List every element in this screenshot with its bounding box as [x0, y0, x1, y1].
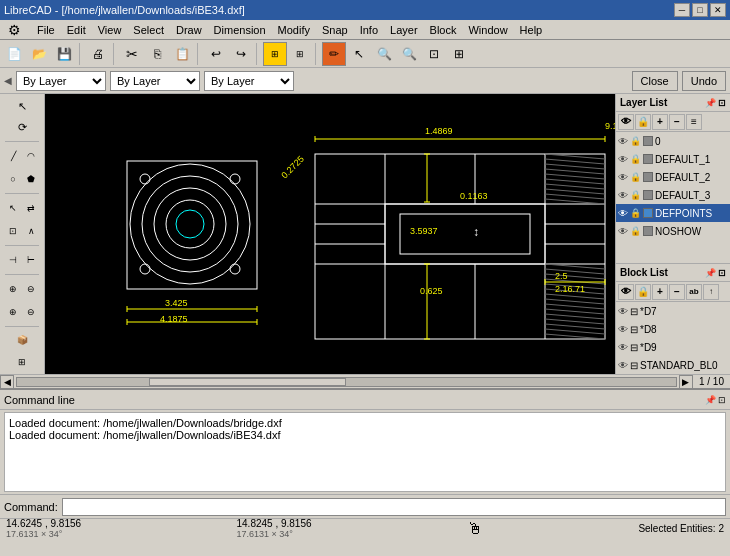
block-eye-icon[interactable]: 👁 [618, 306, 628, 317]
menu-item-snap[interactable]: Snap [316, 22, 354, 38]
layer-lock-icon[interactable]: 🔒 [630, 190, 641, 200]
menu-item-edit[interactable]: Edit [61, 22, 92, 38]
scroll-thumb[interactable] [149, 378, 347, 386]
menu-item-info[interactable]: Info [354, 22, 384, 38]
stretch-tool[interactable]: ∧ [23, 220, 40, 242]
layer-lock-icon[interactable]: 🔒 [630, 154, 641, 164]
menu-item-layer[interactable]: Layer [384, 22, 424, 38]
linetype-select[interactable]: By Layer [204, 71, 294, 91]
block-eye-icon[interactable]: 👁 [618, 324, 628, 335]
layer-item-default_1[interactable]: 👁 🔒 DEFAULT_1 [616, 150, 730, 168]
poly-tool[interactable]: ⬟ [23, 168, 40, 190]
layer-pin-icon[interactable]: 📌 [705, 98, 716, 108]
scroll-track[interactable] [16, 377, 677, 387]
layer-visible-toggle[interactable]: 👁 [618, 114, 634, 130]
menu-item-select[interactable]: Select [127, 22, 170, 38]
command-input[interactable] [62, 498, 726, 516]
back-arrow[interactable]: ◀ [4, 75, 12, 86]
layer-settings-button[interactable]: ≡ [686, 114, 702, 130]
layer-lock-toggle[interactable]: 🔒 [635, 114, 651, 130]
block-item-_d9[interactable]: 👁 ⊟ *D9 [616, 338, 730, 356]
block-detach-icon[interactable]: ⊡ [718, 268, 726, 278]
menu-item-view[interactable]: View [92, 22, 128, 38]
pencil-button[interactable]: ✏ [322, 42, 346, 66]
layer-item-default_3[interactable]: 👁 🔒 DEFAULT_3 [616, 186, 730, 204]
block-item-_d7[interactable]: 👁 ⊟ *D7 [616, 302, 730, 320]
layer-eye-icon[interactable]: 👁 [618, 136, 628, 147]
select-tool[interactable]: ↖ [4, 96, 40, 117]
zoom-previous-button[interactable]: ⊞ [447, 42, 471, 66]
scroll-right-button[interactable]: ▶ [679, 375, 693, 389]
block-eye-icon[interactable]: 👁 [618, 342, 628, 353]
paste-button[interactable]: 📋 [170, 42, 194, 66]
pan-tool[interactable]: ⊕ [5, 278, 22, 300]
menu-item-window[interactable]: Window [462, 22, 513, 38]
block-pin-icon[interactable]: 📌 [705, 268, 716, 278]
zoom-fit-button[interactable]: ⊡ [422, 42, 446, 66]
block-tool[interactable]: 📦 [4, 330, 40, 351]
undo-button[interactable]: ↩ [204, 42, 228, 66]
trim-tool[interactable]: ⊣ [5, 249, 22, 271]
block-export-button[interactable]: ↑ [703, 284, 719, 300]
layer-eye-icon[interactable]: 👁 [618, 190, 628, 201]
move-tool[interactable]: ↖ [5, 197, 22, 219]
layer-lock-icon[interactable]: 🔒 [630, 208, 641, 218]
layer-eye-icon[interactable]: 👁 [618, 154, 628, 165]
zoom-out-button[interactable]: 🔍 [397, 42, 421, 66]
layer-item-noshow[interactable]: 👁 🔒 NOSHOW [616, 222, 730, 240]
snap-grid-button[interactable]: ⊞ [288, 42, 312, 66]
block-item-standard_bl0[interactable]: 👁 ⊟ STANDARD_BL0 [616, 356, 730, 374]
block-lock-toggle[interactable]: 🔒 [635, 284, 651, 300]
block-insert-button[interactable]: ab [686, 284, 702, 300]
layer-lock-icon[interactable]: 🔒 [630, 172, 641, 182]
layer-add-button[interactable]: + [652, 114, 668, 130]
hatch-tool[interactable]: ⊞ [4, 351, 40, 372]
mirror-tool[interactable]: ⇄ [23, 197, 40, 219]
canvas-area[interactable] [45, 94, 615, 374]
block-item-_d8[interactable]: 👁 ⊟ *D8 [616, 320, 730, 338]
menu-item-block[interactable]: Block [424, 22, 463, 38]
color-select[interactable]: By Layer [110, 71, 200, 91]
extend-tool[interactable]: ⊢ [23, 249, 40, 271]
open-button[interactable]: 📂 [27, 42, 51, 66]
layer-lock-icon[interactable]: 🔒 [630, 226, 641, 236]
print-button[interactable]: 🖨 [86, 42, 110, 66]
rotate-tool[interactable]: ⟳ [4, 118, 40, 139]
zoom-in-button[interactable]: 🔍 [372, 42, 396, 66]
redo-button[interactable]: ↪ [229, 42, 253, 66]
save-button[interactable]: 💾 [52, 42, 76, 66]
line-tool[interactable]: ╱ [5, 145, 22, 167]
close-button[interactable]: ✕ [710, 3, 726, 17]
undo-button[interactable]: Undo [682, 71, 726, 91]
minimize-button[interactable]: ─ [674, 3, 690, 17]
layer-eye-icon[interactable]: 👁 [618, 172, 628, 183]
layer-detach-icon[interactable]: ⊡ [718, 98, 726, 108]
layer-eye-icon[interactable]: 👁 [618, 226, 628, 237]
menu-item-file[interactable]: File [31, 22, 61, 38]
snap-button[interactable]: ⊞ [263, 42, 287, 66]
layer-lock-icon[interactable]: 🔒 [630, 136, 641, 146]
block-remove-button[interactable]: − [669, 284, 685, 300]
menu-item-dimension[interactable]: Dimension [208, 22, 272, 38]
layer-select[interactable]: By Layer [16, 71, 106, 91]
new-button[interactable]: 📄 [2, 42, 26, 66]
copy-button[interactable]: ⎘ [145, 42, 169, 66]
layer-item-defpoints[interactable]: 👁 🔒 DEFPOINTS [616, 204, 730, 222]
scroll-left-button[interactable]: ◀ [0, 375, 14, 389]
block-visible-toggle[interactable]: 👁 [618, 284, 634, 300]
menu-item-draw[interactable]: Draw [170, 22, 208, 38]
scale-tool[interactable]: ⊡ [5, 220, 22, 242]
layer-eye-icon[interactable]: 👁 [618, 208, 628, 219]
menu-item-modify[interactable]: Modify [272, 22, 316, 38]
command-detach-icon[interactable]: ⊡ [718, 395, 726, 405]
cut-button[interactable]: ✂ [120, 42, 144, 66]
block-add-button[interactable]: + [652, 284, 668, 300]
menu-item-help[interactable]: Help [514, 22, 549, 38]
angle-tool[interactable]: ⊖ [23, 301, 40, 323]
layer-item-0[interactable]: 👁 🔒 0 [616, 132, 730, 150]
close-button[interactable]: Close [632, 71, 678, 91]
select-mode-button[interactable]: ↖ [347, 42, 371, 66]
layer-remove-button[interactable]: − [669, 114, 685, 130]
measure-tool[interactable]: ⊕ [5, 301, 22, 323]
block-eye-icon[interactable]: 👁 [618, 360, 628, 371]
